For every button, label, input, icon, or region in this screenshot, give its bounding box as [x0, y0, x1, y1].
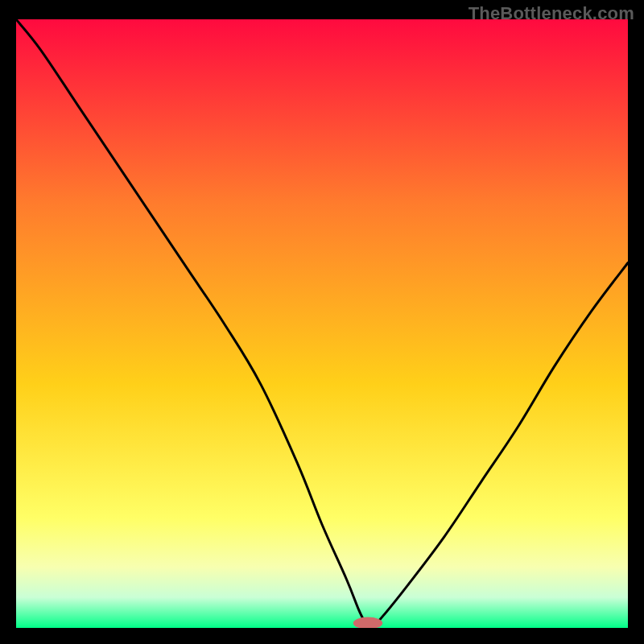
plot-svg: [16, 19, 628, 628]
bottleneck-plot: [16, 19, 628, 628]
chart-frame: TheBottleneck.com: [0, 0, 644, 644]
watermark-text: TheBottleneck.com: [469, 3, 634, 24]
plot-background: [16, 19, 628, 628]
